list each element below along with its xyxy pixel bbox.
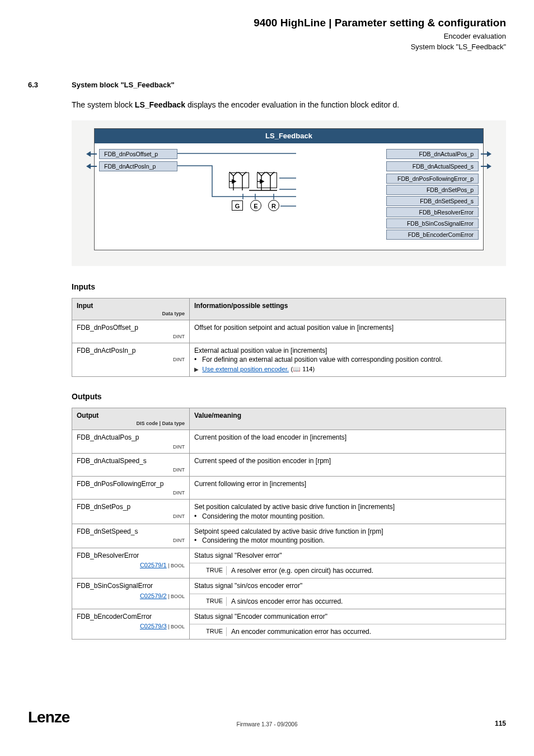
table-row: FDB_dnActualSpeed_sDINT Current speed of…	[72, 453, 506, 476]
table-row: FDB_dnSetSpeed_sDINT Setpoint speed calc…	[72, 524, 506, 548]
header-subtitle-2: System block "LS_Feedback"	[28, 42, 506, 52]
triangle-icon: ▶	[194, 366, 199, 372]
output-val: Current position of the load encoder in …	[190, 430, 506, 453]
output-name: FDB_dnActualPos_p	[77, 433, 185, 442]
intro-paragraph: The system block LS_Feedback displays th…	[72, 100, 506, 110]
true-label: TRUE	[194, 627, 227, 636]
output-val-bullet: Considering the motor mounting position.	[202, 512, 325, 521]
intro-post: displays the encoder evaluation in the f…	[185, 100, 399, 109]
output-dtype: C02579/3 | BOOL	[77, 622, 185, 631]
bullet-icon: •	[194, 355, 202, 364]
status-signal: Status signal "Encoder communication err…	[190, 609, 505, 624]
output-dtype: C02579/1 | BOOL	[77, 561, 185, 570]
input-dtype: DINT	[77, 356, 185, 363]
footer-page: 115	[495, 719, 506, 728]
output-val: Setpoint speed calculated by active basi…	[190, 524, 506, 548]
table-row: FDB_bEncoderComError C02579/3 | BOOL Sta…	[72, 609, 506, 639]
header-subtitle-1: Encoder evaluation	[28, 31, 506, 41]
table-row: FDB_dnActPosIn_p DINT External actual po…	[72, 343, 506, 377]
intro-pre: The system block	[72, 100, 135, 109]
inputs-table: Input Data type Information/possible set…	[72, 298, 506, 377]
table-row: FDB_dnActualPos_pDINT Current position o…	[72, 430, 506, 453]
output-dtype: DINT	[77, 537, 185, 544]
inputs-th-info: Information/possible settings	[190, 298, 506, 320]
table-row: FDB_bSinCosSignalError C02579/2 | BOOL S…	[72, 578, 506, 609]
output-dtype-val: BOOL	[171, 563, 185, 568]
footer-center: Firmware 1.37 - 09/2006	[237, 721, 298, 729]
external-encoder-link[interactable]: Use external position encoder.	[202, 366, 289, 372]
output-val: Current speed of the position encoder in…	[190, 453, 506, 476]
section-heading: System block "LS_Feedback"	[72, 80, 175, 90]
dis-code-link[interactable]: C02579/1	[140, 562, 167, 568]
inputs-heading: Inputs	[72, 282, 506, 292]
input-info: Offset for position setpoint and actual …	[190, 320, 506, 343]
input-info-bullet: For defining an external actual position…	[202, 355, 443, 364]
output-dtype: C02579/2 | BOOL	[77, 592, 185, 600]
true-text: A sin/cos encoder error has occurred.	[227, 597, 501, 606]
output-dtype: DINT	[77, 489, 185, 496]
output-val-bullet: Considering the motor mounting position.	[202, 536, 325, 545]
dis-code-link[interactable]: C02579/3	[140, 623, 167, 629]
intro-bold: LS_Feedback	[135, 100, 185, 109]
output-name: FDB_dnSetPos_p	[77, 502, 185, 511]
input-info: External actual position value in [incre…	[190, 343, 506, 377]
page-footer: Lenze Firmware 1.37 - 09/2006 115	[28, 707, 506, 728]
bullet-icon: •	[194, 512, 202, 521]
outputs-table: Output DIS code | Data type Value/meanin…	[72, 408, 506, 640]
input-info-line1: External actual position value in [incre…	[194, 346, 501, 355]
true-text: A resolver error (e.g. open circuit) has…	[227, 566, 501, 575]
output-name: FDB_bResolverError	[77, 551, 185, 560]
output-val-line: Set position calculated by active basic …	[194, 502, 501, 511]
table-row: FDB_bResolverError C02579/1 | BOOL Statu…	[72, 548, 506, 578]
output-dtype-val: BOOL	[171, 594, 185, 599]
true-label: TRUE	[194, 597, 227, 606]
table-row: FDB_dnPosOffset_p DINT Offset for positi…	[72, 320, 506, 343]
block-diagram-frame: LS_Feedback FDB_dnPosOffset_p FDB_dnActP…	[94, 128, 484, 250]
output-name: FDB_dnSetSpeed_s	[77, 527, 185, 536]
block-diagram-container: LS_Feedback FDB_dnPosOffset_p FDB_dnActP…	[72, 120, 506, 266]
page-title: 9400 HighLine | Parameter setting & conf…	[28, 16, 506, 30]
input-dtype: DINT	[77, 333, 185, 340]
outputs-heading: Outputs	[72, 391, 506, 402]
output-name: FDB_bEncoderComError	[77, 612, 185, 621]
outputs-th-dis: DIS code | Data type	[77, 420, 185, 427]
bullet-icon: •	[194, 536, 202, 545]
true-label: TRUE	[194, 566, 227, 575]
diagram-wires	[95, 143, 483, 250]
outputs-th-output: Output DIS code | Data type	[72, 408, 190, 430]
outputs-th-val: Value/meaning	[190, 408, 506, 430]
status-signal: Status signal "Resolver error"	[190, 548, 505, 563]
output-name: FDB_dnActualSpeed_s	[77, 456, 185, 465]
output-dtype: DINT	[77, 513, 185, 520]
output-name: FDB_dnPosFollowingError_p	[77, 479, 185, 488]
outputs-th-output-label: Output	[77, 411, 185, 420]
block-diagram-title: LS_Feedback	[95, 129, 483, 143]
page-ref: (📖 114)	[291, 366, 315, 372]
dis-code-link[interactable]: C02579/2	[140, 592, 167, 599]
true-text: An encoder communication error has occur…	[227, 627, 501, 636]
section-number: 6.3	[28, 80, 72, 90]
input-name: FDB_dnPosOffset_p	[77, 323, 185, 332]
output-dtype: DINT	[77, 466, 185, 473]
output-name: FDB_bSinCosSignalError	[77, 581, 185, 590]
inputs-th-input: Input Data type	[72, 298, 190, 320]
table-row: FDB_dnSetPos_pDINT Set position calculat…	[72, 500, 506, 524]
output-dtype-val: BOOL	[171, 624, 185, 629]
table-row: FDB_dnPosFollowingError_pDINT Current fo…	[72, 477, 506, 500]
section-heading-row: 6.3 System block "LS_Feedback"	[28, 80, 506, 90]
output-val: Current following error in [increments]	[190, 477, 506, 500]
block-diagram-body: FDB_dnPosOffset_p FDB_dnActPosIn_p FDB_d…	[95, 143, 483, 250]
input-name: FDB_dnActPosIn_p	[77, 346, 185, 355]
output-dtype: DINT	[77, 444, 185, 450]
status-signal: Status signal "sin/cos encoder error"	[190, 578, 505, 594]
brand-logo: Lenze	[28, 707, 69, 728]
inputs-th-input-label: Input	[77, 301, 185, 310]
output-val: Set position calculated by active basic …	[190, 500, 506, 524]
inputs-th-datatype: Data type	[77, 310, 185, 317]
output-val-line: Setpoint speed calculated by active basi…	[194, 527, 501, 536]
